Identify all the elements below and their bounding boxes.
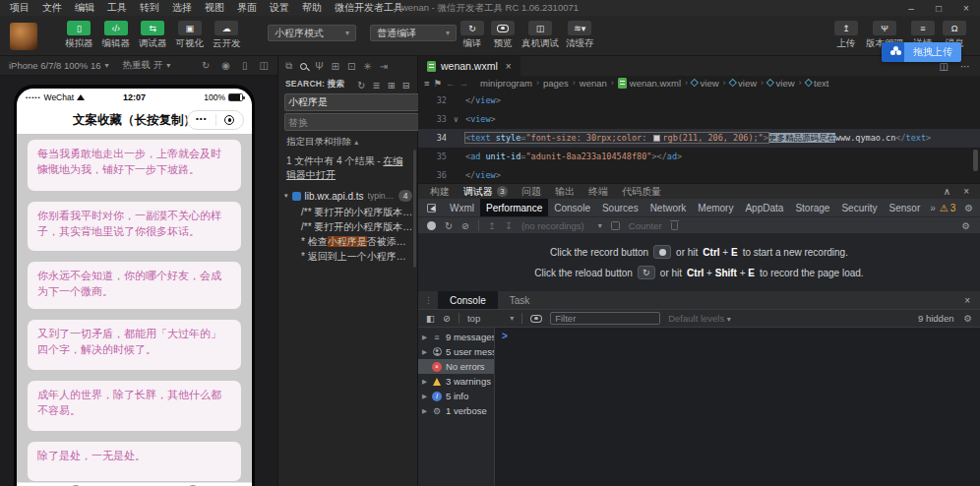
editor-scrollbar[interactable] bbox=[973, 150, 978, 171]
preview-box-icon[interactable]: ⊡ bbox=[347, 61, 355, 72]
code-line[interactable]: 34<text style="font-size: 30rpx;color: r… bbox=[418, 129, 980, 148]
menu-item[interactable]: 工具 bbox=[107, 1, 127, 15]
code-line[interactable]: 35<ad unit-id="adunit-8aa233a104548f80">… bbox=[418, 148, 980, 166]
clear-icon[interactable]: ⊘ bbox=[461, 220, 469, 231]
panel-tab-终端[interactable]: 终端 bbox=[588, 185, 608, 199]
load-profile-icon[interactable]: ↥ bbox=[488, 220, 496, 231]
devtools-tab-network[interactable]: Network bbox=[644, 199, 693, 216]
record-button[interactable] bbox=[427, 221, 436, 230]
console-filter-input[interactable] bbox=[550, 312, 660, 325]
files-icon[interactable]: ⧉ bbox=[285, 60, 292, 72]
collapse-all-icon[interactable]: ⊟ bbox=[402, 80, 410, 91]
quote-card[interactable]: 你永远不会知道，你的哪个好友，会成为下一个微商。 bbox=[28, 262, 241, 309]
quote-card[interactable]: 每当我勇敢地走出一步，上帝就会及时慷慨地为我，铺好下一步下坡路。 bbox=[28, 140, 241, 191]
minimize-button[interactable]: – bbox=[897, 0, 925, 16]
fold-icon[interactable]: ∨ bbox=[450, 110, 462, 129]
devtools-tab-storage[interactable]: Storage bbox=[789, 199, 835, 216]
toolbar-button-cloud-dev[interactable]: ☁云开发 bbox=[213, 21, 241, 50]
reload-record-icon[interactable]: ↻ bbox=[445, 220, 453, 231]
toolbar-button-clear-cache[interactable]: ≋▾清缓存 bbox=[566, 21, 594, 50]
panel-tab-构建[interactable]: 构建 bbox=[430, 185, 450, 199]
context-select[interactable]: top ▾ bbox=[467, 313, 514, 324]
menu-item[interactable]: 文件 bbox=[42, 1, 62, 15]
device-frame-icon[interactable]: ▯ bbox=[242, 60, 248, 71]
console-settings-icon[interactable]: ⚙ bbox=[963, 313, 972, 324]
devtools-tab-performance[interactable]: Performance bbox=[480, 199, 548, 216]
console-filter-list[interactable]: ▶≡9 messages bbox=[418, 330, 494, 344]
toolbar-button-device-debug[interactable]: ◫真机调试 bbox=[521, 21, 559, 50]
forward-icon[interactable]: → bbox=[459, 78, 469, 89]
devtools-tab-security[interactable]: Security bbox=[835, 199, 883, 216]
search-file-row[interactable]: ▾ lib.wx.api.d.ts typings\types\... 4 bbox=[278, 186, 417, 205]
console-filter-warning[interactable]: ▶3 warnings bbox=[418, 374, 494, 389]
hot-reload-select[interactable]: 热重载 开 ▾ bbox=[123, 59, 171, 72]
drag-handle-icon[interactable]: ⋮ bbox=[418, 295, 438, 305]
menu-item[interactable]: 转到 bbox=[140, 1, 159, 15]
refresh-icon[interactable]: ↻ bbox=[357, 80, 365, 91]
live-expression-icon[interactable] bbox=[530, 315, 542, 323]
menu-item[interactable]: 项目 bbox=[10, 1, 30, 15]
close-button[interactable]: × bbox=[952, 0, 980, 16]
breadcrumb-item[interactable]: wenan.wxml bbox=[618, 78, 681, 89]
new-search-icon[interactable]: ⊞ bbox=[388, 80, 396, 91]
panel-tab-输出[interactable]: 输出 bbox=[555, 185, 575, 199]
more-button[interactable]: ••• bbox=[188, 117, 215, 123]
breadcrumb-item[interactable]: wenan bbox=[580, 78, 607, 89]
clear-console-icon[interactable]: ⊘ bbox=[443, 313, 451, 324]
counter-checkbox[interactable] bbox=[611, 221, 620, 230]
devtools-settings-icon[interactable]: ⚙ bbox=[964, 203, 973, 213]
toolbar-button-preview[interactable]: 预览 bbox=[491, 21, 515, 50]
breadcrumb-item[interactable]: pages bbox=[543, 78, 569, 89]
search-result[interactable]: * 返回到上一个小程序。只有在当... bbox=[278, 249, 417, 264]
devtools-tab-console[interactable]: Console bbox=[548, 199, 596, 216]
user-avatar[interactable] bbox=[10, 23, 37, 50]
maximize-button[interactable]: □ bbox=[925, 0, 952, 16]
devtools-tab-sources[interactable]: Sources bbox=[596, 199, 644, 216]
search-result[interactable]: /** 要打开的小程序版本。仅在当... bbox=[278, 205, 417, 219]
rotate-icon[interactable]: ↻ bbox=[202, 60, 210, 71]
menu-item[interactable]: 选择 bbox=[172, 1, 192, 15]
menu-item[interactable]: 视图 bbox=[205, 1, 224, 15]
menu-item[interactable]: 界面 bbox=[237, 1, 257, 15]
devtools-tab-sensor[interactable]: Sensor bbox=[884, 199, 927, 216]
toolbar-button-compile[interactable]: ↻编译 bbox=[460, 21, 484, 50]
panel-tab-调试器[interactable]: 调试器3 bbox=[463, 185, 508, 199]
hand-icon[interactable]: ✳ bbox=[363, 61, 371, 72]
git-icon[interactable]: Ψ bbox=[315, 61, 323, 72]
menu-item[interactable]: 微信开发者工具 bbox=[335, 1, 403, 15]
mode-select[interactable]: 小程序模式 ▾ bbox=[268, 25, 356, 41]
code-line[interactable]: 33∨<view> bbox=[418, 110, 980, 129]
bookmark-icon[interactable]: ⚑ bbox=[434, 78, 443, 89]
clear-results-icon[interactable]: ≣ bbox=[372, 80, 380, 91]
compile-mode-select[interactable]: 普通编译 ▾ bbox=[370, 25, 457, 41]
panel-tab-代码质量[interactable]: 代码质量 bbox=[622, 185, 661, 199]
breadcrumb-item[interactable]: view bbox=[692, 78, 719, 89]
console-filter-verbose[interactable]: ▶⚙1 verbose bbox=[418, 403, 494, 418]
quote-card[interactable]: 除了是处，一无是处。 bbox=[28, 442, 241, 481]
drawer-tab-task[interactable]: Task bbox=[498, 291, 542, 309]
dock-window-icon[interactable]: ◫ bbox=[260, 60, 269, 71]
replace-input[interactable] bbox=[288, 117, 418, 128]
breadcrumb-item[interactable]: view bbox=[767, 78, 795, 89]
include-exclude-toggle[interactable]: 指定目录和排除 ▴ bbox=[278, 131, 417, 151]
collapse-panel-icon[interactable]: ∧ bbox=[944, 186, 950, 197]
scrollbar[interactable] bbox=[413, 150, 416, 268]
save-profile-icon[interactable]: ↧ bbox=[505, 220, 513, 231]
menu-item[interactable]: 帮助 bbox=[302, 1, 322, 15]
close-panel-icon[interactable]: × bbox=[963, 186, 969, 197]
code-line[interactable]: 32</view> bbox=[418, 91, 980, 110]
devtools-tab-appdata[interactable]: AppData bbox=[739, 199, 789, 216]
trash-icon[interactable] bbox=[671, 222, 678, 230]
menu-item[interactable]: 编辑 bbox=[75, 1, 94, 15]
quote-card[interactable]: 又到了一切矛盾，都能用「大过年的」四个字，解决的时候了。 bbox=[28, 320, 241, 370]
layout-icon[interactable]: ⊞ bbox=[332, 61, 339, 72]
devtools-tab-memory[interactable]: Memory bbox=[692, 199, 739, 216]
quote-card[interactable]: 你别看我平时对你，一副漠不关心的样子，其实背地里说了你很多坏话。 bbox=[28, 202, 241, 251]
back-icon[interactable]: ← bbox=[446, 78, 456, 89]
toolbar-button-debugger[interactable]: ⇆调试器 bbox=[139, 21, 167, 50]
tab-overflow-icon[interactable]: » bbox=[926, 203, 940, 213]
console-filter-error[interactable]: ×No errors bbox=[418, 359, 494, 374]
search-result[interactable]: /** 要打开的小程序版本。仅在当... bbox=[278, 219, 417, 234]
close-tab-icon[interactable]: × bbox=[506, 61, 512, 72]
screenshot-icon[interactable]: ◉ bbox=[221, 60, 230, 71]
